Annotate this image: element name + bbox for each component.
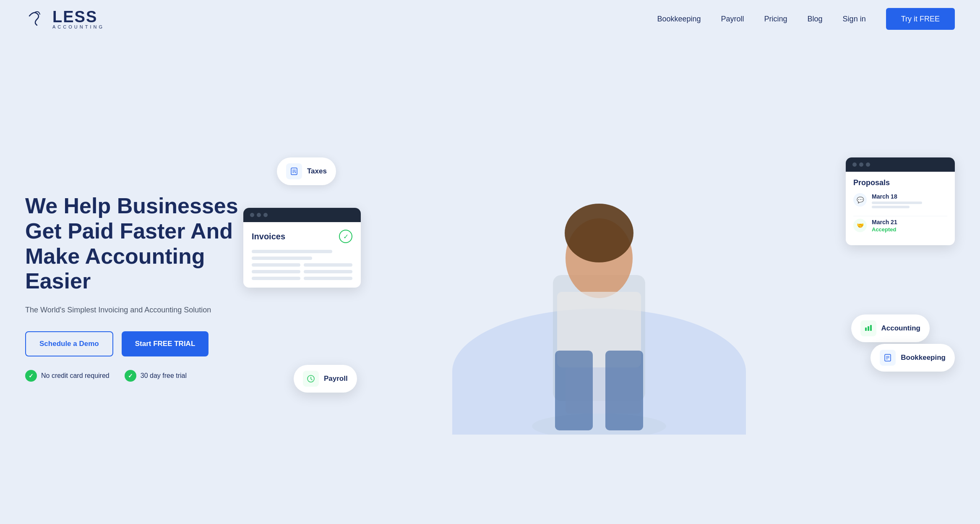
nav-item-signin[interactable]: Sign in	[843, 15, 866, 24]
invoice-line-4b	[304, 270, 352, 273]
dot-3	[263, 213, 268, 217]
nav-item-payroll[interactable]: Payroll	[721, 15, 744, 24]
prop-line-1a	[872, 202, 922, 204]
proposal-item-2: 🤝 March 21 Accepted	[853, 219, 947, 233]
hero-title: We Help Businesses Get Paid Faster And M…	[25, 194, 243, 294]
check-icon-1: ✓	[25, 370, 37, 382]
proposals-divider	[853, 216, 947, 216]
hero-checks: ✓ No credit card required ✓ 30 day free …	[25, 370, 243, 382]
hero-subtitle: The World's Simplest Invoicing and Accou…	[25, 306, 243, 314]
invoices-check-icon: ✓	[339, 230, 352, 243]
invoice-line-5a	[252, 277, 300, 280]
check-item-2: ✓ 30 day free trial	[125, 370, 187, 382]
nav-item-cta[interactable]: Try it FREE	[886, 15, 955, 24]
payroll-label: Payroll	[324, 375, 348, 383]
proposals-card: Proposals 💬 March 18 🤝 March	[846, 157, 955, 245]
proposal-icon-1: 💬	[853, 193, 867, 207]
bookkeeping-card: Bookkeeping	[871, 344, 955, 372]
logo-accounting-text: ACCOUNTING	[52, 25, 104, 29]
invoice-line-2	[252, 257, 312, 260]
taxes-label: Taxes	[307, 167, 327, 176]
proposals-card-header	[846, 157, 955, 172]
nav-link-signin[interactable]: Sign in	[843, 15, 866, 23]
invoice-line-3b	[304, 263, 352, 267]
proposal-content-1: March 18	[872, 193, 922, 210]
invoice-line-5b	[304, 277, 352, 280]
demo-button[interactable]: Schedule a Demo	[25, 331, 113, 356]
prop-dot-1	[852, 162, 857, 167]
invoices-card-header	[243, 208, 361, 222]
hero-illustration: Taxes Invoices ✓	[243, 141, 955, 435]
person-svg	[511, 191, 687, 435]
dot-1	[250, 213, 254, 217]
prop-dot-3	[866, 162, 870, 167]
nav-link-pricing[interactable]: Pricing	[764, 15, 787, 23]
svg-rect-12	[865, 328, 867, 331]
invoices-lines	[252, 250, 352, 280]
invoices-card-body: Invoices ✓	[243, 222, 361, 288]
proposal-status-2: Accepted	[872, 226, 897, 233]
nav-item-pricing[interactable]: Pricing	[764, 15, 787, 24]
invoice-line-pair-2	[252, 270, 352, 273]
prop-line-1b	[872, 206, 910, 208]
taxes-icon	[286, 163, 302, 179]
accounting-label: Accounting	[881, 324, 921, 333]
payroll-icon	[303, 371, 319, 387]
accounting-svg	[864, 324, 873, 333]
proposal-content-2: March 21 Accepted	[872, 219, 897, 233]
hero-person	[511, 191, 687, 435]
proposal-icon-2: 🤝	[853, 219, 867, 232]
proposal-date-1: March 18	[872, 193, 922, 200]
payroll-svg	[307, 375, 315, 383]
svg-rect-14	[870, 325, 872, 331]
check-icon-2: ✓	[125, 370, 136, 382]
accounting-icon	[860, 320, 876, 336]
bookkeeping-label: Bookkeeping	[901, 354, 946, 362]
proposal-date-2: March 21	[872, 219, 897, 225]
proposal-lines-1	[872, 202, 922, 208]
logo-icon	[25, 8, 48, 31]
nav-item-blog[interactable]: Blog	[808, 15, 823, 24]
prop-dot-2	[859, 162, 863, 167]
invoices-card: Invoices ✓	[243, 208, 361, 288]
svg-point-7	[565, 204, 633, 262]
hero-content: We Help Businesses Get Paid Faster And M…	[25, 194, 243, 382]
dot-2	[257, 213, 261, 217]
svg-rect-11	[605, 351, 643, 430]
nav-link-blog[interactable]: Blog	[808, 15, 823, 23]
bookkeeping-svg	[884, 354, 892, 362]
check-label-2: 30 day free trial	[141, 372, 187, 380]
hero-buttons: Schedule a Demo Start FREE TRIAL	[25, 331, 243, 356]
logo: LESS ACCOUNTING	[25, 8, 104, 31]
logo-text: LESS ACCOUNTING	[52, 9, 104, 29]
check-label-1: No credit card required	[41, 372, 109, 380]
proposals-title: Proposals	[853, 178, 947, 187]
nav-cta-button[interactable]: Try it FREE	[886, 8, 955, 30]
invoices-title-row: Invoices ✓	[252, 230, 352, 243]
taxes-card: Taxes	[277, 157, 336, 185]
invoice-line-1	[252, 250, 332, 253]
invoices-title: Invoices	[252, 232, 285, 241]
invoice-line-3a	[252, 263, 300, 267]
taxes-svg	[290, 167, 298, 176]
invoice-line-pair-1	[252, 263, 352, 267]
svg-rect-10	[555, 351, 593, 430]
hero-section: We Help Businesses Get Paid Faster And M…	[0, 38, 980, 520]
svg-rect-13	[868, 326, 869, 331]
bookkeeping-icon	[880, 350, 896, 366]
nav-links: Bookkeeping Payroll Pricing Blog Sign in…	[657, 15, 955, 24]
payroll-card: Payroll	[294, 365, 357, 393]
navbar: LESS ACCOUNTING Bookkeeping Payroll Pric…	[0, 0, 980, 38]
logo-less-text: LESS	[52, 9, 104, 25]
svg-point-4	[532, 414, 666, 435]
check-item-1: ✓ No credit card required	[25, 370, 109, 382]
accounting-card: Accounting	[851, 314, 930, 342]
nav-item-bookkeeping[interactable]: Bookkeeping	[657, 15, 701, 24]
proposals-card-body: Proposals 💬 March 18 🤝 March	[846, 172, 955, 245]
invoice-line-4a	[252, 270, 300, 273]
proposal-item-1: 💬 March 18	[853, 193, 947, 210]
nav-link-payroll[interactable]: Payroll	[721, 15, 744, 23]
trial-button[interactable]: Start FREE TRIAL	[122, 331, 209, 356]
invoice-line-pair-3	[252, 277, 352, 280]
nav-link-bookkeeping[interactable]: Bookkeeping	[657, 15, 701, 23]
